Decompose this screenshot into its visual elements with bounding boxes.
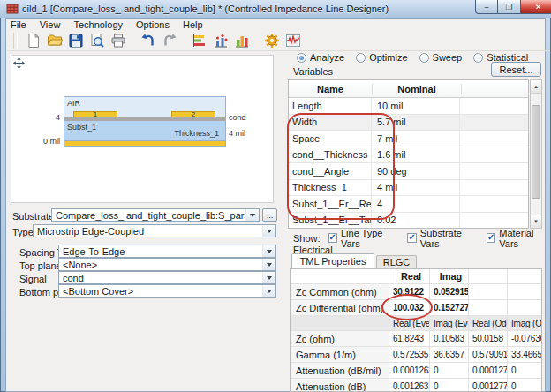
minimize-button[interactable]: – [475,0,498,14]
undo-icon[interactable] [140,32,157,49]
toolbar-grip [13,33,18,49]
chevron-down-icon [245,209,259,221]
horizontal-bar-chart-icon[interactable] [191,32,208,49]
chevron-down-icon [262,259,276,270]
radio-icon [473,53,483,63]
show-label: Show: [293,233,321,244]
conductor-1-label: 1 [73,110,117,118]
open-folder-icon[interactable] [46,32,64,49]
radio-analyze[interactable]: Analyze [297,52,344,63]
show-filter-row: Show: ✓ Line Type Vars ✓ Substrate Vars … [293,232,551,244]
pan-move-icon[interactable] [13,57,25,69]
scroll-up-icon[interactable]: ▲ [531,80,541,94]
window-title: cild_1 [Compare_loss_ and_tight_couple_l… [22,4,389,14]
radio-icon [356,53,366,63]
close-button[interactable]: ✕ [521,0,551,14]
bottom-cover-layer[interactable] [64,140,226,147]
scroll-down-icon[interactable]: ▼ [531,215,541,228]
table-row[interactable]: Attenuation (dB/mil) 0.000126314 0 0.000… [291,363,541,379]
toolbar [7,31,550,51]
checkbox-line-type-vars[interactable]: ✓ Line Type Vars [328,228,400,249]
thickness-value: 4 mil [229,129,245,138]
conductor-2-label: 2 [171,110,215,118]
variables-scrollbar[interactable]: ▲ ▼ [530,79,542,229]
top-plane-label-text: Top plane [19,260,62,271]
menu-file[interactable]: File [11,19,26,30]
variables-table-header[interactable]: Name Nominal [289,80,528,98]
signal-label-text: Signal [19,274,47,284]
bottom-plane-select[interactable]: <Bottom Cover> [58,284,276,298]
window-controls: – ❐ ✕ [475,0,551,14]
cond-tick-label: 4 [46,113,60,122]
radio-sweep[interactable]: Sweep [419,52,463,63]
bottom-tick-label: 0 mil [35,137,60,146]
variables-section-label: Variables [293,66,333,77]
redo-icon[interactable] [161,32,178,49]
annotation-circle-zc-differential [381,294,433,320]
column-chart-icon[interactable] [233,32,251,49]
checkbox-material-vars[interactable]: ✓ Material Vars [487,228,551,249]
substrate-label-text: Substrate [12,211,54,222]
table-row[interactable]: Gamma (1/m) 0.572535 36.6357 0.579091 33… [291,347,541,363]
print-icon[interactable] [109,32,127,49]
menu-help[interactable]: Help [183,19,203,30]
tab-rlgc[interactable]: RLGC [376,255,417,268]
menu-view[interactable]: View [40,19,61,30]
substrate-browse-button[interactable]: ... [262,208,277,222]
waveform-plot-icon[interactable] [284,32,302,49]
checkbox-icon: ✓ [407,233,416,243]
tml-properties-table: Real Imag Zc Common (ohm) 30.9122 0.0529… [290,268,542,392]
settings-gear-icon[interactable] [263,32,281,49]
menu-technology[interactable]: Technology [73,19,123,30]
new-file-icon[interactable] [25,32,42,49]
signal-select[interactable]: cond [58,271,276,284]
tab-tml-properties[interactable]: TML Properties [291,253,374,268]
substrate-label: Subst_1 [67,123,96,132]
table-header-row: Real Imag [291,269,541,284]
radio-icon [419,53,429,63]
title-bar[interactable]: cild_1 [Compare_loss_ and_tight_couple_l… [0,0,551,18]
zoom-preview-icon[interactable] [88,32,106,49]
scrollbar-thumb[interactable] [532,105,540,199]
cond-layer-label: cond [229,113,246,122]
chevron-down-icon [262,285,276,297]
maximize-button[interactable]: ❐ [498,0,521,14]
app-icon [6,3,19,15]
radio-icon [297,53,306,63]
table-row[interactable]: Zc (ohm) 61.8243 0.10583 50.0158 -0.0763… [291,331,541,347]
type-select[interactable]: Microstrip Edge-Coupled [33,224,276,237]
checkbox-icon: ✓ [328,233,337,243]
annotation-circle-variables [287,113,395,220]
menu-bar: File View Technology Options Help [7,19,547,30]
air-label: AIR [67,99,80,108]
chevron-down-icon [262,245,276,257]
table-row[interactable]: Attenuation (dB) 0.00126314 0 0.0012776 … [291,379,541,392]
app-window: cild_1 [Compare_loss_ and_tight_couple_l… [0,0,551,392]
table-row[interactable]: Length10 mil [289,98,528,115]
thickness-label: Thickness_1 [159,129,219,138]
menu-options[interactable]: Options [136,19,170,30]
spacing-type-select[interactable]: Edge-To-Edge [58,245,276,258]
dot-bar-chart-icon[interactable] [212,32,230,49]
checkbox-icon: ✓ [487,233,495,243]
radio-optimize[interactable]: Optimize [356,52,407,63]
top-plane-select[interactable]: <None> [58,258,276,271]
save-icon[interactable] [67,32,85,49]
chevron-down-icon [262,272,276,283]
electrical-tabs: TML Properties RLGC [291,253,417,268]
reset-button[interactable]: Reset... [491,62,541,77]
chevron-down-icon [262,225,276,237]
type-label-text: Type [12,227,34,237]
checkbox-substrate-vars[interactable]: ✓ Substrate Vars [407,228,478,249]
substrate-select[interactable]: Compare_loss_ and_tight_couple_lib:S_par… [51,208,260,222]
